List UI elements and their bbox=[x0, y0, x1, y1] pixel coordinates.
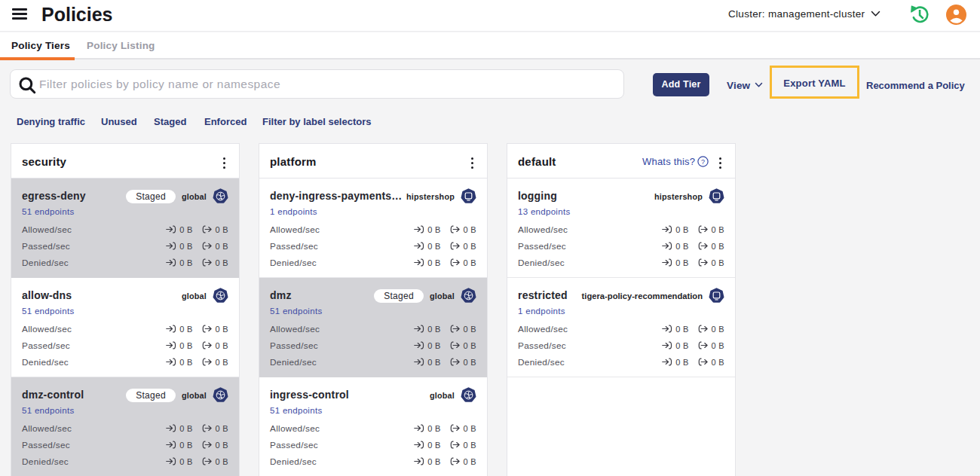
svg-text:?: ? bbox=[701, 158, 705, 166]
